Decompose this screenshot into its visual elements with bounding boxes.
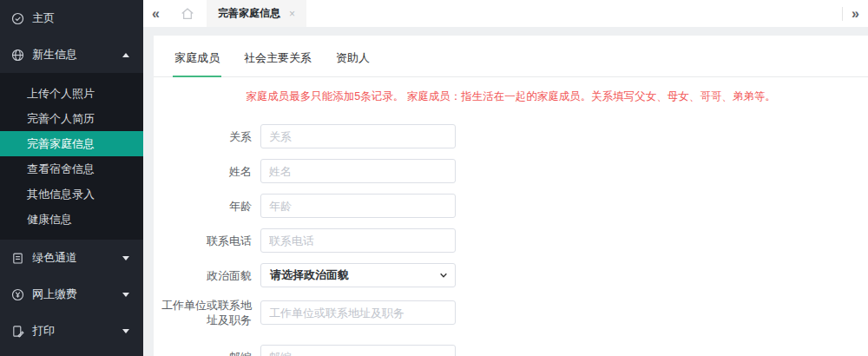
age-input[interactable] bbox=[260, 194, 456, 218]
form-row-name: 姓名 bbox=[161, 159, 868, 183]
name-input[interactable] bbox=[260, 159, 456, 183]
sidebar-item-label: 绿色通道 bbox=[32, 250, 77, 266]
relation-label: 关系 bbox=[161, 129, 260, 144]
tab-social-relations[interactable]: 社会主要关系 bbox=[242, 48, 313, 76]
certificate-icon bbox=[11, 252, 24, 265]
sidebar-item-label: 打印 bbox=[32, 323, 55, 339]
printer-icon bbox=[11, 325, 24, 338]
shield-check-icon bbox=[11, 12, 24, 25]
notice-text: 家庭成员最多只能添加5条记录。 家庭成员：指生活在一起的家庭成员。关系填写父女、… bbox=[154, 89, 868, 104]
postal-code-input[interactable] bbox=[260, 345, 456, 356]
content-tabs: 家庭成员 社会主要关系 资助人 bbox=[154, 48, 868, 77]
political-status-label: 政治面貌 bbox=[161, 268, 260, 283]
document-tab-family-info[interactable]: 完善家庭信息 × bbox=[207, 0, 306, 27]
postal-code-label: 邮编 bbox=[161, 350, 260, 356]
sidebar-item-green-channel[interactable]: 绿色通道 bbox=[0, 240, 143, 276]
chevron-down-icon bbox=[439, 271, 448, 280]
sidebar-item-complete-family-info[interactable]: 完善家庭信息 bbox=[0, 131, 143, 156]
globe-icon bbox=[11, 49, 24, 62]
close-icon[interactable]: × bbox=[289, 8, 295, 20]
form-row-relation: 关系 bbox=[161, 124, 868, 148]
sidebar-item-new-student-info[interactable]: 新生信息 bbox=[0, 36, 143, 73]
chevron-down-icon bbox=[122, 329, 129, 333]
chevron-down-icon bbox=[122, 256, 129, 260]
political-status-select[interactable]: 请选择政治面貌 bbox=[260, 263, 456, 287]
home-icon[interactable] bbox=[168, 6, 207, 22]
political-status-selected-value: 请选择政治面貌 bbox=[270, 267, 349, 283]
work-unit-input[interactable] bbox=[260, 300, 456, 325]
document-tab-title: 完善家庭信息 bbox=[218, 6, 280, 21]
main-area: « 完善家庭信息 × » 家庭成员 社会主要关系 资助人 bbox=[143, 0, 868, 356]
form-row-political-status: 政治面貌 请选择政治面貌 bbox=[161, 263, 868, 287]
coin-icon bbox=[11, 288, 24, 301]
tab-sponsor[interactable]: 资助人 bbox=[334, 48, 372, 76]
sidebar-item-other-info-entry[interactable]: 其他信息录入 bbox=[0, 181, 143, 207]
chevron-up-icon bbox=[122, 53, 129, 57]
phone-label: 联系电话 bbox=[161, 234, 260, 248]
tab-family-members[interactable]: 家庭成员 bbox=[173, 48, 221, 77]
collapse-sidebar-button[interactable]: « bbox=[143, 0, 168, 27]
sidebar: 主页 新生信息 上传个人照片 完善个人简历 完善家庭信息 查看宿舍信息 其他信息… bbox=[0, 0, 143, 356]
form-row-age: 年龄 bbox=[161, 194, 868, 218]
family-member-form: 关系 姓名 年龄 联系电话 bbox=[154, 124, 868, 356]
sidebar-item-label: 主页 bbox=[32, 10, 55, 26]
form-row-work-unit: 工作单位或联系地址及职务 bbox=[161, 298, 868, 327]
chevron-down-icon bbox=[122, 293, 129, 297]
form-row-phone: 联系电话 bbox=[161, 228, 868, 253]
form-row-postal-code: 邮编 bbox=[161, 345, 868, 356]
expand-tabs-button[interactable]: » bbox=[843, 0, 868, 27]
work-unit-label: 工作单位或联系地址及职务 bbox=[161, 298, 260, 327]
sidebar-item-upload-photo[interactable]: 上传个人照片 bbox=[0, 81, 143, 106]
sidebar-item-complete-resume[interactable]: 完善个人简历 bbox=[0, 106, 143, 131]
name-label: 姓名 bbox=[161, 164, 260, 179]
sidebar-item-label: 网上缴费 bbox=[32, 287, 77, 302]
sidebar-item-label: 新生信息 bbox=[32, 47, 77, 63]
page-background: 家庭成员 社会主要关系 资助人 家庭成员最多只能添加5条记录。 家庭成员：指生活… bbox=[143, 27, 868, 356]
sidebar-item-online-payment[interactable]: 网上缴费 bbox=[0, 276, 143, 313]
phone-input[interactable] bbox=[260, 228, 456, 253]
sidebar-item-home[interactable]: 主页 bbox=[0, 0, 143, 36]
sidebar-submenu: 上传个人照片 完善个人简历 完善家庭信息 查看宿舍信息 其他信息录入 健康信息 bbox=[0, 73, 143, 240]
relation-input[interactable] bbox=[260, 124, 456, 148]
document-tabbar: « 完善家庭信息 × » bbox=[143, 0, 868, 27]
sidebar-item-view-dorm-info[interactable]: 查看宿舍信息 bbox=[0, 156, 143, 181]
sidebar-item-health-info[interactable]: 健康信息 bbox=[0, 207, 143, 232]
content-card: 家庭成员 社会主要关系 资助人 家庭成员最多只能添加5条记录。 家庭成员：指生活… bbox=[154, 36, 868, 356]
app-window: 主页 新生信息 上传个人照片 完善个人简历 完善家庭信息 查看宿舍信息 其他信息… bbox=[0, 0, 868, 356]
age-label: 年龄 bbox=[161, 199, 260, 214]
sidebar-item-print[interactable]: 打印 bbox=[0, 313, 143, 349]
